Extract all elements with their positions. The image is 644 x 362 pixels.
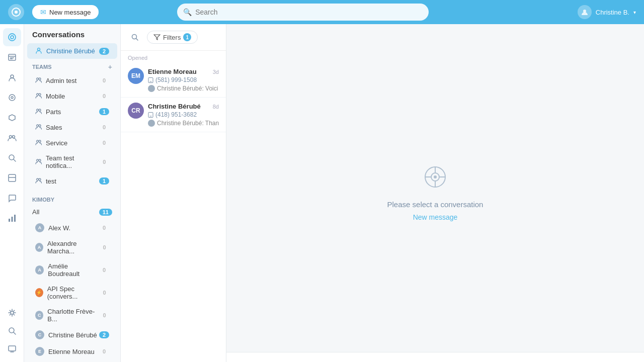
add-team-button[interactable]: +: [108, 63, 112, 70]
svg-point-28: [39, 78, 41, 80]
chat-nav-icon[interactable]: [3, 189, 21, 207]
svg-point-49: [434, 175, 437, 178]
campaigns-nav-icon[interactable]: [3, 109, 21, 127]
svg-rect-45: [148, 112, 153, 117]
agent-item[interactable]: C Charlotte Frève-B... 0: [27, 304, 117, 326]
agent-item[interactable]: A Amélie Boudreault 0: [27, 259, 117, 281]
filter-badge: 1: [183, 33, 191, 41]
team-icon: [35, 139, 42, 147]
filter-button[interactable]: Filters 1: [147, 31, 198, 44]
contacts-nav-icon[interactable]: [3, 68, 21, 86]
svg-point-30: [39, 94, 41, 96]
new-message-link[interactable]: New message: [413, 213, 458, 221]
person-icon: [35, 47, 42, 55]
team-badge: 0: [99, 93, 109, 100]
team-item[interactable]: Admin test 0: [27, 73, 117, 88]
team-item[interactable]: Sales 0: [27, 120, 117, 135]
svg-point-21: [11, 311, 14, 314]
search-input[interactable]: [177, 4, 429, 21]
kimoby-section-header: KIMOBY: [24, 193, 120, 205]
conv-search-button[interactable]: [127, 29, 143, 45]
svg-point-10: [9, 95, 15, 101]
team-badge: 0: [99, 124, 109, 131]
kimoby-label: KIMOBY: [32, 197, 54, 203]
agent-badge: 0: [100, 244, 109, 251]
teams-nav-icon[interactable]: [3, 129, 21, 147]
team-item[interactable]: Team test notifica... 0: [27, 151, 117, 173]
left-panel: Conversations Christine Bérubé 2 TEAMS +…: [24, 24, 121, 362]
svg-point-39: [37, 178, 39, 180]
device-nav-icon[interactable]: [3, 340, 21, 358]
svg-point-12: [9, 136, 12, 138]
svg-point-3: [9, 34, 16, 41]
team-name: Sales: [46, 124, 62, 131]
reports-nav-icon[interactable]: [3, 209, 21, 227]
svg-point-13: [12, 136, 15, 138]
team-item[interactable]: Parts 1: [27, 104, 117, 119]
agent-badge: 0: [99, 312, 109, 319]
team-badge: 0: [99, 158, 109, 165]
agent-item[interactable]: E Etienne Moreau 0: [27, 343, 117, 359]
panel-title: Conversations: [24, 24, 120, 43]
svg-point-4: [11, 36, 14, 39]
app-logo: [8, 4, 24, 20]
team-badge: 0: [99, 77, 109, 84]
team-badge: 0: [99, 139, 109, 146]
conv-time: 3d: [213, 69, 219, 75]
topbar: ✉ New message 🔍 Christine B. ▾: [0, 0, 644, 24]
team-icon: [35, 92, 42, 100]
empty-state: Please select a conversation New message: [387, 164, 484, 222]
svg-point-26: [38, 48, 40, 51]
conv-name: Christine Bérubé: [148, 103, 201, 110]
team-badge: 1: [99, 177, 109, 185]
agent-item[interactable]: ⚡ API Spec (convers... 0: [27, 282, 117, 304]
agent-item[interactable]: E Etienne Moulin 0: [27, 360, 117, 362]
sidebar-icons: [0, 24, 24, 362]
assigned-to-me-item[interactable]: Christine Bérubé 2: [27, 43, 117, 59]
agent-name: Amélie Boudreault: [48, 262, 99, 278]
team-item[interactable]: Mobile 0: [27, 88, 117, 104]
conversations-panel: Filters 1 Opened EM Etienne Moreau 3d (5…: [121, 24, 226, 362]
team-icon: [35, 158, 42, 166]
empty-icon: [387, 164, 484, 194]
agent-name: Charlotte Frève-B...: [47, 308, 99, 323]
assigned-label: Christine Bérubé: [46, 47, 95, 55]
svg-rect-43: [148, 77, 153, 82]
kimoby-all-item[interactable]: All 11: [24, 205, 120, 219]
conversations-nav-icon[interactable]: [3, 28, 21, 46]
agent-item[interactable]: C Christine Bérubé 2: [27, 327, 117, 343]
chevron-down-icon: ▾: [633, 10, 636, 15]
team-name: test: [46, 177, 56, 185]
team-icon: [35, 123, 42, 131]
agent-item[interactable]: A Alexandre Marcha... 0: [27, 236, 117, 258]
team-item[interactable]: Service 0: [27, 135, 117, 150]
conv-list: EM Etienne Moreau 3d (581) 999-1508 Chri…: [121, 63, 226, 132]
agent-item[interactable]: A Alex W. 0: [27, 220, 117, 236]
team-name: Admin test: [46, 77, 76, 84]
svg-point-37: [37, 159, 39, 161]
agent-avatar-icon: C: [35, 330, 44, 339]
svg-point-36: [39, 140, 41, 142]
box-nav-icon[interactable]: [3, 169, 21, 187]
new-message-icon: ✉: [40, 8, 46, 16]
new-message-label: New message: [49, 9, 91, 16]
inbox-nav-icon[interactable]: [3, 48, 21, 66]
integrations-nav-icon[interactable]: [3, 304, 21, 322]
user-menu[interactable]: Christine B. ▾: [578, 5, 636, 19]
svg-point-33: [37, 125, 39, 127]
search2-nav-icon[interactable]: [3, 322, 21, 340]
agent-name: API Spec (convers...: [47, 285, 100, 300]
agent-badge: 2: [99, 331, 109, 338]
search-nav-icon[interactable]: [3, 149, 21, 167]
svg-point-11: [11, 97, 13, 99]
team-item[interactable]: test 1: [27, 173, 117, 189]
agent-avatar-icon: A: [35, 265, 44, 275]
analytics-nav-icon[interactable]: [3, 88, 21, 107]
teams-label: TEAMS: [32, 64, 52, 70]
svg-point-32: [39, 109, 41, 111]
new-message-button[interactable]: ✉ New message: [32, 5, 99, 19]
agent-badge: 0: [99, 266, 109, 274]
assigned-badge: 2: [99, 48, 109, 55]
conversation-item[interactable]: CR Christine Bérubé 8d (418) 951-3682 Ch…: [121, 98, 226, 132]
conversation-item[interactable]: EM Etienne Moreau 3d (581) 999-1508 Chri…: [121, 63, 226, 98]
